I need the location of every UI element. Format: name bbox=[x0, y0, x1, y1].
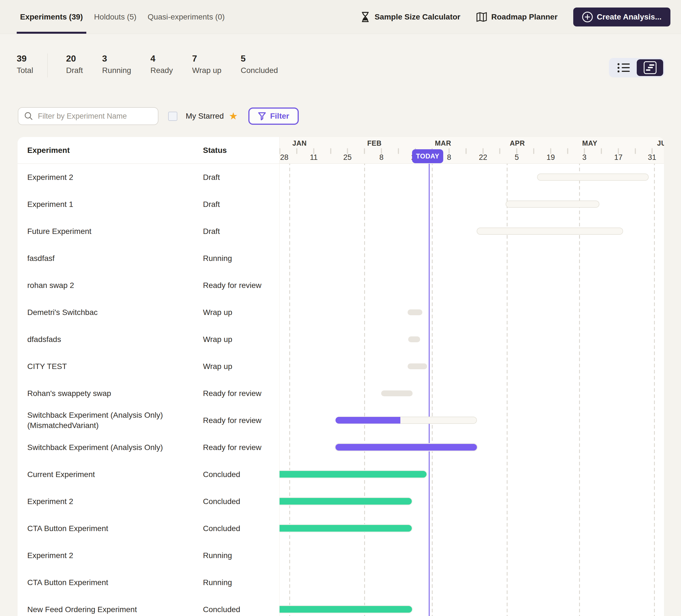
search-icon bbox=[24, 112, 33, 121]
gantt-bar-active[interactable] bbox=[335, 444, 477, 450]
experiment-status: Draft bbox=[203, 226, 220, 237]
stats-divider bbox=[47, 53, 48, 77]
roadmap-planner-button[interactable]: Roadmap Planner bbox=[476, 12, 558, 22]
table-row[interactable]: Experiment 1Draft bbox=[18, 191, 279, 218]
gantt-bar-concluded[interactable] bbox=[279, 471, 427, 477]
table-row[interactable]: Switchback Experiment (Analysis Only) (M… bbox=[18, 407, 279, 434]
date-label: 22 bbox=[479, 153, 487, 162]
experiment-name: Experiment 2 bbox=[27, 550, 192, 561]
date-label: 25 bbox=[343, 153, 352, 162]
gantt-bar-concluded[interactable] bbox=[279, 525, 412, 532]
today-line bbox=[429, 163, 430, 616]
experiment-name: Switchback Experiment (Analysis Only) bbox=[27, 442, 192, 453]
gantt-bar-draft[interactable] bbox=[477, 227, 623, 235]
gantt-bar-concluded[interactable] bbox=[279, 606, 412, 613]
date-label: 3 bbox=[582, 153, 586, 162]
gantt-bar-progress[interactable] bbox=[335, 417, 400, 424]
stat-total: 39Total bbox=[17, 53, 33, 75]
week-tick bbox=[499, 148, 500, 154]
week-tick bbox=[398, 148, 399, 154]
experiments-panel: Experiment Status Experiment 2DraftExper… bbox=[18, 137, 664, 616]
stat-running: 3Running bbox=[102, 53, 131, 75]
hourglass-icon bbox=[360, 11, 370, 23]
gantt-bar-wrapup[interactable] bbox=[381, 390, 412, 396]
star-icon: ★ bbox=[229, 111, 238, 121]
table-row[interactable]: Switchback Experiment (Analysis Only)Rea… bbox=[18, 434, 279, 461]
experiment-status: Concluded bbox=[203, 604, 240, 615]
search-input[interactable] bbox=[38, 112, 152, 121]
create-analysis-button[interactable]: Create Analysis... bbox=[573, 7, 671, 26]
experiment-status: Draft bbox=[203, 199, 220, 210]
table-row[interactable]: New Feed Ordering ExperimentConcluded bbox=[18, 596, 279, 616]
stat-value: 4 bbox=[150, 53, 173, 64]
gantt-bar-concluded[interactable] bbox=[279, 498, 412, 504]
experiment-name: Experiment 2 bbox=[27, 172, 192, 183]
month-gridline bbox=[364, 137, 365, 616]
experiment-status: Running bbox=[203, 577, 232, 588]
date-label: 5 bbox=[514, 153, 519, 162]
gantt-bar-wrapup[interactable] bbox=[408, 310, 422, 315]
tab-1[interactable]: Holdouts (5) bbox=[94, 0, 137, 34]
table-row[interactable]: Rohan's swappety swapReady for review bbox=[18, 380, 279, 407]
experiment-name: CITY TEST bbox=[27, 361, 192, 372]
my-starred-checkbox[interactable] bbox=[168, 112, 177, 121]
create-analysis-label: Create Analysis... bbox=[597, 13, 661, 21]
table-row[interactable]: Experiment 2Running bbox=[18, 542, 279, 569]
table-row[interactable]: Experiment 2Concluded bbox=[18, 488, 279, 515]
stat-value: 7 bbox=[192, 53, 221, 64]
experiment-name: Switchback Experiment (Analysis Only) (M… bbox=[27, 410, 192, 431]
stat-label: Wrap up bbox=[192, 66, 221, 75]
week-tick bbox=[601, 148, 602, 154]
experiment-name: Demetri's Switchbac bbox=[27, 307, 192, 318]
experiment-name: rohan swap 2 bbox=[27, 280, 192, 291]
search-box[interactable] bbox=[18, 107, 158, 125]
gantt-bar-wrapup[interactable] bbox=[408, 337, 420, 342]
experiment-status: Running bbox=[203, 253, 232, 264]
experiment-name: Experiment 2 bbox=[27, 496, 192, 507]
table-rows: Experiment 2DraftExperiment 1DraftFuture… bbox=[18, 164, 279, 616]
table-row[interactable]: Experiment 2Draft bbox=[18, 164, 279, 191]
table-row[interactable]: CTA Button ExperimentRunning bbox=[18, 569, 279, 596]
gantt-bar-draft[interactable] bbox=[537, 173, 649, 181]
month-label: APR bbox=[510, 139, 525, 147]
table-row[interactable]: CTA Button ExperimentConcluded bbox=[18, 515, 279, 542]
table-row[interactable]: dfadsfadsWrap up bbox=[18, 326, 279, 353]
tab-bar: Experiments (39)Holdouts (5)Quasi-experi… bbox=[20, 0, 225, 34]
experiment-name: fasdfasf bbox=[27, 253, 192, 264]
column-header-status: Status bbox=[203, 146, 227, 155]
month-label: JUN bbox=[657, 139, 664, 147]
tab-0[interactable]: Experiments (39) bbox=[20, 0, 83, 34]
table-row[interactable]: rohan swap 2Ready for review bbox=[18, 272, 279, 299]
stat-value: 3 bbox=[102, 53, 131, 64]
experiment-status: Ready for review bbox=[203, 415, 261, 426]
list-view-button[interactable] bbox=[610, 59, 637, 76]
stat-label: Concluded bbox=[241, 66, 278, 75]
tab-2[interactable]: Quasi-experiments (0) bbox=[148, 0, 225, 34]
table-row[interactable]: Demetri's SwitchbacWrap up bbox=[18, 299, 279, 326]
week-tick bbox=[533, 148, 534, 154]
timeline-view-button[interactable] bbox=[637, 59, 663, 76]
month-gridline bbox=[579, 137, 580, 616]
experiment-status: Concluded bbox=[203, 469, 240, 480]
table-row[interactable]: Current ExperimentConcluded bbox=[18, 461, 279, 488]
week-tick bbox=[567, 148, 568, 154]
week-tick bbox=[364, 148, 365, 154]
table-row[interactable]: fasdfasfRunning bbox=[18, 245, 279, 272]
date-label: 31 bbox=[648, 153, 656, 162]
sample-size-calculator-button[interactable]: Sample Size Calculator bbox=[360, 11, 460, 23]
stat-label: Draft bbox=[66, 66, 83, 75]
experiment-status: Ready for review bbox=[203, 442, 261, 453]
gantt-bar-draft[interactable] bbox=[506, 200, 600, 208]
experiment-table: Experiment Status Experiment 2DraftExper… bbox=[18, 137, 279, 616]
gantt-bar-wrapup[interactable] bbox=[408, 364, 427, 369]
experiment-name: Future Experiment bbox=[27, 226, 192, 237]
today-badge: TODAY bbox=[412, 149, 443, 163]
filter-label: Filter bbox=[270, 112, 289, 121]
filter-button[interactable]: Filter bbox=[248, 107, 299, 125]
experiment-status: Wrap up bbox=[203, 361, 232, 372]
table-row[interactable]: Future ExperimentDraft bbox=[18, 218, 279, 245]
stat-value: 39 bbox=[17, 53, 33, 64]
my-starred-toggle[interactable]: My Starred ★ bbox=[168, 111, 238, 121]
experiment-name: Current Experiment bbox=[27, 469, 192, 480]
table-row[interactable]: CITY TESTWrap up bbox=[18, 353, 279, 380]
